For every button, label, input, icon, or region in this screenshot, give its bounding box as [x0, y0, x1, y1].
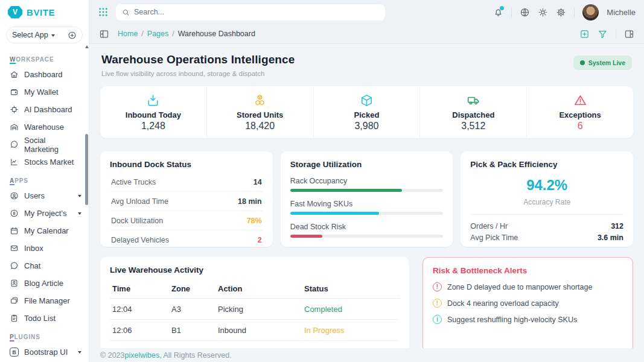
kpi-inbound-today: Inbound Today 1,248	[100, 86, 207, 138]
sidebar-item-ai-dashboard[interactable]: AI Dashboard	[10, 101, 85, 118]
panel-right-icon	[624, 29, 634, 39]
progress-dead-stock-risk: Dead Stock Risk	[290, 223, 444, 238]
app-grid-icon	[98, 7, 109, 17]
sidebar-item-social-marketing[interactable]: Social Marketing	[10, 136, 85, 153]
progress-track	[290, 189, 444, 192]
globe-icon	[520, 7, 530, 17]
status-cell: In Progress	[302, 320, 400, 341]
cubes-icon	[253, 94, 267, 107]
sidebar-item-todo-list[interactable]: Todo List	[10, 310, 85, 327]
kpi-strip: Inbound Today 1,248 Stored Units 18,420 …	[100, 86, 633, 138]
section-label-apps: APPS	[10, 177, 85, 184]
sidebar-item-file-manager[interactable]: File Manager	[10, 292, 85, 310]
inbound-tray-icon	[146, 94, 160, 107]
bootstrap-icon: B	[10, 348, 19, 357]
add-button[interactable]	[579, 29, 590, 39]
column-header-time: Time	[110, 279, 169, 299]
sidebar-item-stocks-market[interactable]: Stocks Market	[10, 153, 85, 171]
progress-fill	[290, 235, 322, 238]
progress-track	[290, 212, 444, 215]
page-header: Warehouse Operations Intelligence Live f…	[101, 53, 632, 77]
risk-alerts-card: Risk & Bottleneck Alerts ! Zone D delaye…	[422, 257, 633, 352]
sidebar-scrollbar[interactable]	[84, 42, 89, 362]
sidebar-item-users[interactable]: Users	[10, 187, 85, 205]
brand-logo[interactable]: V BVITE	[0, 0, 89, 24]
notification-badge	[500, 6, 504, 10]
progress-rack-occupancy: Rack Occupancy	[290, 177, 444, 192]
sidebar-item-bootstrap-ui[interactable]: B Bootstrap UI	[10, 343, 85, 361]
accuracy-rate-value: 94.2%	[470, 177, 623, 194]
chat-bubble-icon	[10, 261, 19, 270]
card-title: Pick & Pack Efficiency	[470, 160, 623, 169]
kpi-dispatched: Dispatched 3,512	[420, 86, 527, 138]
card-title: Inbound Dock Status	[110, 160, 263, 169]
blog-icon	[10, 279, 19, 288]
dock-row-avg-unload-time: Avg Unload Time 18 min	[110, 192, 263, 211]
sidebar-item-warehouse[interactable]: Warehouse	[10, 118, 85, 136]
kpi-stored-units: Stored Units 18,420	[207, 86, 314, 138]
pixelwibes-link[interactable]: pixelwibes	[125, 351, 160, 360]
info-circle-icon: i	[433, 315, 442, 324]
sidebar-item-my-calendar[interactable]: My Calendar	[10, 222, 85, 240]
kpi-value: 1,248	[141, 121, 165, 132]
stat-orders-per-hr: Orders / Hr 312	[470, 220, 623, 232]
warning-triangle-icon	[573, 94, 587, 107]
theme-toggle-button[interactable]	[538, 7, 548, 17]
home-icon	[10, 70, 19, 79]
status-dot-icon	[580, 60, 585, 65]
stat-avg-pick-time: Avg Pick Time 3.6 min	[470, 232, 623, 243]
breadcrumb-separator: /	[141, 30, 143, 38]
warehouse-icon	[10, 122, 19, 132]
sidebar-item-my-wallet[interactable]: My Wallet	[10, 83, 85, 101]
right-panel-toggle-button[interactable]	[624, 29, 634, 39]
app-grid-button[interactable]	[98, 7, 109, 17]
kpi-exceptions: Exceptions 6	[527, 86, 633, 138]
panel-left-icon	[99, 29, 109, 39]
sidebar-item-my-projects[interactable]: My Project's	[10, 205, 85, 222]
user-circle-icon	[10, 191, 19, 200]
sidebar-item-chat[interactable]: Chat	[10, 257, 85, 275]
breadcrumb-link-home[interactable]: Home	[118, 30, 138, 38]
chevron-down-icon	[78, 212, 81, 217]
select-app-label: Select App	[12, 31, 48, 39]
funnel-icon	[598, 29, 608, 39]
notifications-button[interactable]	[493, 7, 503, 17]
scroll-up-arrow-icon[interactable]	[85, 43, 89, 48]
footer: © 2023 pixelwibes , All Rights Reserved.	[89, 348, 644, 362]
plus-square-icon	[579, 29, 590, 39]
sidebar-item-dashboard[interactable]: Dashboard	[10, 66, 85, 83]
user-avatar[interactable]	[582, 4, 599, 21]
sidebar-item-blog-article[interactable]: Blog Article	[10, 275, 85, 292]
page-subtitle: Live flow visibility across inbound, sto…	[101, 70, 295, 77]
kpi-label: Picked	[354, 110, 380, 119]
warning-circle-icon: !	[433, 282, 442, 291]
line-chart-icon	[10, 157, 19, 167]
breadcrumb-link-pages[interactable]: Pages	[147, 30, 168, 38]
progress-fast-moving-skus: Fast Moving SKUs	[290, 200, 444, 215]
search-box[interactable]	[116, 4, 385, 21]
settings-button[interactable]	[556, 7, 566, 17]
sidebar-nav: WORKSPACE Dashboard My Wallet AI Dashboa…	[0, 43, 89, 361]
status-badge-label: System Live	[588, 59, 625, 66]
sidebar-toggle-button[interactable]	[99, 29, 109, 39]
breadcrumb-bar: Home / Pages / Warehouse Dashboard	[89, 24, 644, 44]
gear-icon	[556, 7, 566, 17]
dock-row-active-trucks: Active Trucks 14	[110, 173, 263, 192]
kpi-value: 6	[578, 121, 583, 132]
kpi-picked: Picked 3,980	[314, 86, 421, 138]
scrollbar-thumb[interactable]	[85, 134, 88, 205]
select-app-dropdown[interactable]: Select App	[6, 27, 83, 43]
user-name[interactable]: Michelle	[607, 8, 636, 17]
brand-name: BVITE	[27, 7, 55, 17]
search-icon	[122, 8, 130, 16]
column-header-zone: Zone	[169, 279, 215, 299]
kpi-label: Inbound Today	[126, 110, 181, 119]
sidebar-item-inbox[interactable]: Inbox	[10, 240, 85, 257]
search-input[interactable]	[134, 8, 379, 16]
add-app-button[interactable]	[68, 31, 77, 40]
language-button[interactable]	[520, 7, 530, 17]
kpi-value: 18,420	[245, 121, 275, 132]
filter-button[interactable]	[598, 29, 608, 39]
warning-circle-icon: !	[433, 299, 442, 308]
section-label-workspace: WORKSPACE	[10, 56, 85, 63]
